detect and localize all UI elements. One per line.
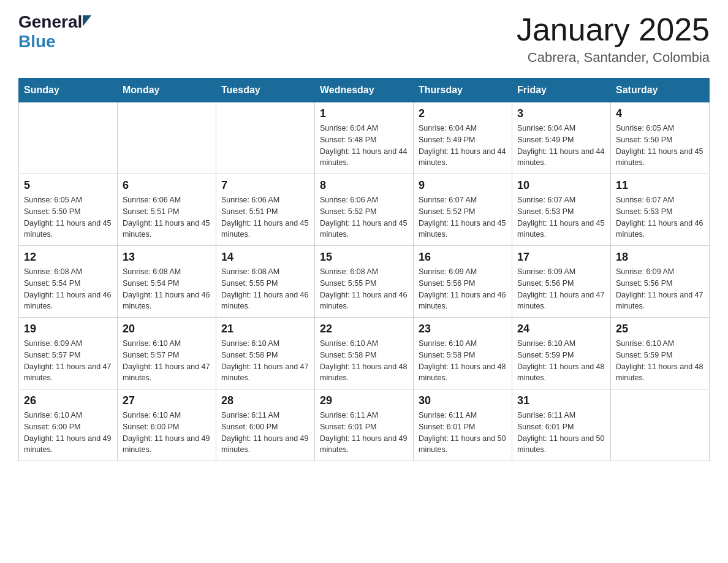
calendar-cell: 12Sunrise: 6:08 AM Sunset: 5:54 PM Dayli… [19,246,118,318]
calendar-week-row: 12Sunrise: 6:08 AM Sunset: 5:54 PM Dayli… [19,246,710,318]
calendar-cell: 7Sunrise: 6:06 AM Sunset: 5:51 PM Daylig… [216,174,315,246]
calendar-cell: 2Sunrise: 6:04 AM Sunset: 5:49 PM Daylig… [414,102,512,174]
day-number: 16 [419,251,507,264]
calendar-cell: 28Sunrise: 6:11 AM Sunset: 6:00 PM Dayli… [216,389,315,461]
day-info: Sunrise: 6:05 AM Sunset: 5:50 PM Dayligh… [616,123,704,169]
day-info: Sunrise: 6:08 AM Sunset: 5:54 PM Dayligh… [123,266,211,312]
day-number: 14 [221,251,309,264]
day-number: 4 [616,107,704,120]
day-info: Sunrise: 6:07 AM Sunset: 5:52 PM Dayligh… [419,194,507,240]
day-info: Sunrise: 6:09 AM Sunset: 5:57 PM Dayligh… [24,338,112,384]
calendar-cell: 5Sunrise: 6:05 AM Sunset: 5:50 PM Daylig… [19,174,118,246]
day-info: Sunrise: 6:06 AM Sunset: 5:51 PM Dayligh… [123,194,211,240]
location-subtitle: Cabrera, Santander, Colombia [517,50,710,66]
month-year-title: January 2025 [517,12,710,47]
day-number: 3 [517,107,605,120]
calendar-header-monday: Monday [118,79,216,102]
calendar-cell: 24Sunrise: 6:10 AM Sunset: 5:59 PM Dayli… [512,318,611,389]
calendar-cell: 23Sunrise: 6:10 AM Sunset: 5:58 PM Dayli… [414,318,512,389]
calendar-table: SundayMondayTuesdayWednesdayThursdayFrid… [18,78,710,461]
calendar-cell: 19Sunrise: 6:09 AM Sunset: 5:57 PM Dayli… [19,318,118,389]
day-info: Sunrise: 6:10 AM Sunset: 5:59 PM Dayligh… [517,338,605,384]
day-info: Sunrise: 6:09 AM Sunset: 5:56 PM Dayligh… [517,266,605,312]
calendar-cell: 25Sunrise: 6:10 AM Sunset: 5:59 PM Dayli… [611,318,710,389]
calendar-cell [19,102,118,174]
calendar-cell: 29Sunrise: 6:11 AM Sunset: 6:01 PM Dayli… [315,389,414,461]
calendar-cell: 17Sunrise: 6:09 AM Sunset: 5:56 PM Dayli… [512,246,611,318]
calendar-cell: 27Sunrise: 6:10 AM Sunset: 6:00 PM Dayli… [118,389,216,461]
day-number: 12 [24,251,112,264]
day-number: 29 [320,394,408,407]
calendar-header-thursday: Thursday [414,79,512,102]
day-number: 22 [320,323,408,335]
calendar-week-row: 26Sunrise: 6:10 AM Sunset: 6:00 PM Dayli… [19,389,710,461]
calendar-header-wednesday: Wednesday [315,79,414,102]
day-number: 6 [123,179,211,192]
day-number: 28 [221,394,309,407]
day-info: Sunrise: 6:10 AM Sunset: 5:58 PM Dayligh… [419,338,507,384]
calendar-cell [216,102,315,174]
calendar-week-row: 19Sunrise: 6:09 AM Sunset: 5:57 PM Dayli… [19,318,710,389]
day-info: Sunrise: 6:04 AM Sunset: 5:49 PM Dayligh… [419,123,507,169]
day-info: Sunrise: 6:10 AM Sunset: 6:00 PM Dayligh… [24,410,112,456]
calendar-cell: 10Sunrise: 6:07 AM Sunset: 5:53 PM Dayli… [512,174,611,246]
day-number: 8 [320,179,408,192]
day-info: Sunrise: 6:07 AM Sunset: 5:53 PM Dayligh… [616,194,704,240]
calendar-header-sunday: Sunday [19,79,118,102]
day-number: 20 [123,323,211,335]
logo: General Blue [18,12,91,52]
calendar-cell: 26Sunrise: 6:10 AM Sunset: 6:00 PM Dayli… [19,389,118,461]
calendar-cell: 21Sunrise: 6:10 AM Sunset: 5:58 PM Dayli… [216,318,315,389]
day-number: 24 [517,323,605,335]
day-number: 27 [123,394,211,407]
calendar-cell: 11Sunrise: 6:07 AM Sunset: 5:53 PM Dayli… [611,174,710,246]
day-number: 18 [616,251,704,264]
day-info: Sunrise: 6:09 AM Sunset: 5:56 PM Dayligh… [616,266,704,312]
day-number: 19 [24,323,112,335]
calendar-header-friday: Friday [512,79,611,102]
day-info: Sunrise: 6:04 AM Sunset: 5:48 PM Dayligh… [320,123,408,169]
calendar-cell: 20Sunrise: 6:10 AM Sunset: 5:57 PM Dayli… [118,318,216,389]
calendar-week-row: 1Sunrise: 6:04 AM Sunset: 5:48 PM Daylig… [19,102,710,174]
calendar-cell: 6Sunrise: 6:06 AM Sunset: 5:51 PM Daylig… [118,174,216,246]
day-info: Sunrise: 6:06 AM Sunset: 5:51 PM Dayligh… [221,194,309,240]
day-number: 9 [419,179,507,192]
day-info: Sunrise: 6:07 AM Sunset: 5:53 PM Dayligh… [517,194,605,240]
calendar-cell [118,102,216,174]
day-number: 23 [419,323,507,335]
day-info: Sunrise: 6:10 AM Sunset: 6:00 PM Dayligh… [123,410,211,456]
calendar-cell: 31Sunrise: 6:11 AM Sunset: 6:01 PM Dayli… [512,389,611,461]
calendar-cell: 15Sunrise: 6:08 AM Sunset: 5:55 PM Dayli… [315,246,414,318]
day-number: 21 [221,323,309,335]
day-info: Sunrise: 6:11 AM Sunset: 6:00 PM Dayligh… [221,410,309,456]
calendar-cell: 16Sunrise: 6:09 AM Sunset: 5:56 PM Dayli… [414,246,512,318]
day-info: Sunrise: 6:11 AM Sunset: 6:01 PM Dayligh… [320,410,408,456]
calendar-cell [611,389,710,461]
calendar-cell: 9Sunrise: 6:07 AM Sunset: 5:52 PM Daylig… [414,174,512,246]
calendar-week-row: 5Sunrise: 6:05 AM Sunset: 5:50 PM Daylig… [19,174,710,246]
day-number: 11 [616,179,704,192]
day-number: 10 [517,179,605,192]
day-number: 1 [320,107,408,120]
day-number: 26 [24,394,112,407]
calendar-cell: 30Sunrise: 6:11 AM Sunset: 6:01 PM Dayli… [414,389,512,461]
day-number: 17 [517,251,605,264]
calendar-cell: 18Sunrise: 6:09 AM Sunset: 5:56 PM Dayli… [611,246,710,318]
day-info: Sunrise: 6:08 AM Sunset: 5:55 PM Dayligh… [221,266,309,312]
day-info: Sunrise: 6:10 AM Sunset: 5:58 PM Dayligh… [320,338,408,384]
day-info: Sunrise: 6:05 AM Sunset: 5:50 PM Dayligh… [24,194,112,240]
logo-blue-text: Blue [18,32,56,52]
day-info: Sunrise: 6:06 AM Sunset: 5:52 PM Dayligh… [320,194,408,240]
day-number: 25 [616,323,704,335]
calendar-cell: 8Sunrise: 6:06 AM Sunset: 5:52 PM Daylig… [315,174,414,246]
day-number: 30 [419,394,507,407]
day-info: Sunrise: 6:11 AM Sunset: 6:01 PM Dayligh… [419,410,507,456]
day-info: Sunrise: 6:10 AM Sunset: 5:59 PM Dayligh… [616,338,704,384]
calendar-cell: 22Sunrise: 6:10 AM Sunset: 5:58 PM Dayli… [315,318,414,389]
logo-triangle-icon [83,15,91,26]
calendar-cell: 4Sunrise: 6:05 AM Sunset: 5:50 PM Daylig… [611,102,710,174]
day-number: 2 [419,107,507,120]
page-header: General Blue January 2025 Cabrera, Santa… [18,12,710,66]
day-number: 15 [320,251,408,264]
day-info: Sunrise: 6:10 AM Sunset: 5:58 PM Dayligh… [221,338,309,384]
